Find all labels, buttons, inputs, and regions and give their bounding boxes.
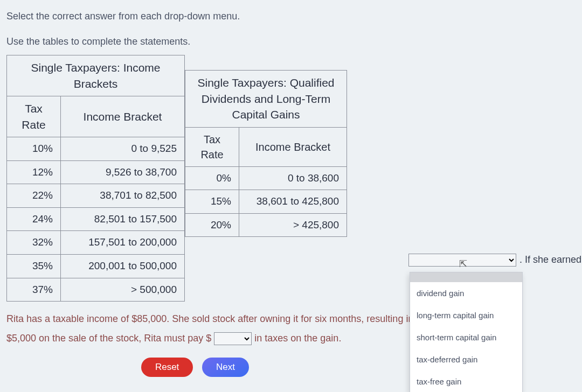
dropdown-option[interactable]: long-term capital gain <box>410 304 522 326</box>
reset-button[interactable]: Reset <box>141 358 193 377</box>
statement-after-dd1: . If she earned <box>519 253 581 267</box>
next-button[interactable]: Next <box>202 358 249 377</box>
cell: 9,526 to 38,700 <box>61 160 185 184</box>
cell: 32% <box>7 231 61 255</box>
cell: 0 to 9,525 <box>61 137 185 160</box>
table2-header-row: Tax Rate Income Bracket <box>185 127 347 166</box>
capital-gains-table: Single Taxpayers: Qualified Dividends an… <box>185 70 347 237</box>
table-row: 15%38,601 to 425,800 <box>185 190 347 214</box>
table-row: 12%9,526 to 38,700 <box>7 160 185 184</box>
gain-type-select[interactable] <box>408 254 516 267</box>
dropdown-option[interactable]: short-term capital gain <box>410 326 522 348</box>
statement-part2-prefix: $5,000 on the sale of the stock, Rita mu… <box>6 333 211 344</box>
dropdown-option[interactable]: tax-free gain <box>410 370 522 392</box>
table2-caption: Single Taxpayers: Qualified Dividends an… <box>185 70 347 127</box>
table-row: 32%157,501 to 200,000 <box>7 231 185 255</box>
table-row: 24%82,501 to 157,500 <box>7 207 185 231</box>
cell: 37% <box>7 278 61 302</box>
button-row: Reset Next <box>6 358 384 377</box>
dropdown-option[interactable]: tax-deferred gain <box>410 348 522 370</box>
statement-part2-suffix: in taxes on the gain. <box>254 333 341 344</box>
cell: > 500,000 <box>61 278 185 302</box>
cell: 157,501 to 200,000 <box>61 231 185 255</box>
table2-header-bracket: Income Bracket <box>239 127 347 166</box>
cell: 38,601 to 425,800 <box>239 190 347 214</box>
cell: 200,001 to 500,000 <box>61 254 185 278</box>
cell: 24% <box>7 207 61 231</box>
instruction-text: Select the correct answer from each drop… <box>6 10 576 23</box>
cell: 20% <box>185 213 239 237</box>
cell: 38,701 to 82,500 <box>61 184 185 208</box>
table1-header-rate: Tax Rate <box>7 96 61 137</box>
cell: > 425,800 <box>239 213 347 237</box>
table1-header-bracket: Income Bracket <box>61 96 185 137</box>
table1-caption: Single Taxpayers: Income Brackets <box>6 55 185 96</box>
subtitle-text: Use the tables to complete the statement… <box>6 35 576 48</box>
table2-header-rate: Tax Rate <box>185 127 239 166</box>
cell: 0% <box>185 166 239 190</box>
dropdown-option[interactable]: dividend gain <box>410 282 522 304</box>
table-row: 0%0 to 38,600 <box>185 166 347 190</box>
cell: 15% <box>185 190 239 214</box>
cell: 0 to 38,600 <box>239 166 347 190</box>
cell: 35% <box>7 254 61 278</box>
income-brackets-table: Single Taxpayers: Income Brackets Tax Ra… <box>6 55 185 302</box>
tax-amount-select[interactable] <box>214 332 252 345</box>
table1-header-row: Tax Rate Income Bracket <box>7 96 185 137</box>
table-row: 10%0 to 9,525 <box>7 137 185 160</box>
statement-part1: Rita has a taxable income of $85,000. Sh… <box>6 313 421 324</box>
table-row: 20%> 425,800 <box>185 213 347 237</box>
table-row: 37%> 500,000 <box>7 278 185 302</box>
gain-type-dropdown-menu: dividend gain long-term capital gain sho… <box>410 272 523 392</box>
cell: 12% <box>7 160 61 184</box>
cell: 22% <box>7 184 61 208</box>
cell: 10% <box>7 137 61 160</box>
table-row: 22%38,701 to 82,500 <box>7 184 185 208</box>
dropdown-spacer <box>410 272 522 282</box>
table-row: 35%200,001 to 500,000 <box>7 254 185 278</box>
cell: 82,501 to 157,500 <box>61 207 185 231</box>
